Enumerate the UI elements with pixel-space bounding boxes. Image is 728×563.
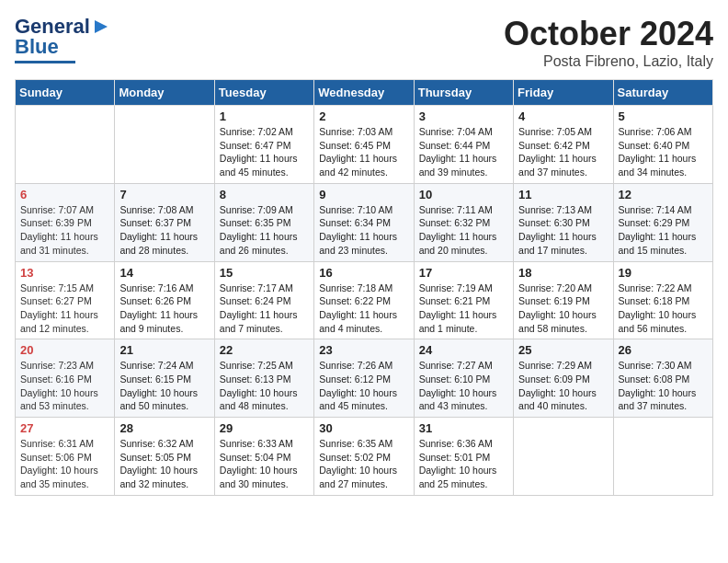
day-number: 27 bbox=[20, 421, 109, 435]
day-number: 14 bbox=[119, 266, 209, 280]
day-number: 2 bbox=[319, 109, 408, 123]
day-info: Sunrise: 6:36 AM Sunset: 5:01 PM Dayligh… bbox=[419, 437, 508, 491]
calendar-cell: 3Sunrise: 7:04 AM Sunset: 6:44 PM Daylig… bbox=[414, 106, 513, 184]
day-info: Sunrise: 7:20 AM Sunset: 6:19 PM Dayligh… bbox=[518, 282, 608, 336]
calendar-cell: 6Sunrise: 7:07 AM Sunset: 6:39 PM Daylig… bbox=[16, 183, 115, 261]
calendar-cell: 1Sunrise: 7:02 AM Sunset: 6:47 PM Daylig… bbox=[214, 106, 313, 184]
day-info: Sunrise: 6:33 AM Sunset: 5:04 PM Dayligh… bbox=[220, 437, 309, 491]
day-number: 16 bbox=[319, 266, 408, 280]
calendar-cell: 12Sunrise: 7:14 AM Sunset: 6:29 PM Dayli… bbox=[613, 183, 712, 261]
col-sunday: Sunday bbox=[16, 80, 115, 106]
day-info: Sunrise: 7:09 AM Sunset: 6:35 PM Dayligh… bbox=[220, 203, 309, 258]
logo: General Blue bbox=[15, 15, 111, 63]
day-number: 4 bbox=[518, 109, 608, 123]
day-info: Sunrise: 7:27 AM Sunset: 6:10 PM Dayligh… bbox=[419, 359, 508, 413]
calendar-cell: 28Sunrise: 6:32 AM Sunset: 5:05 PM Dayli… bbox=[115, 418, 214, 496]
day-info: Sunrise: 7:08 AM Sunset: 6:37 PM Dayligh… bbox=[119, 203, 209, 258]
day-info: Sunrise: 7:06 AM Sunset: 6:40 PM Dayligh… bbox=[619, 125, 708, 179]
calendar-cell: 29Sunrise: 6:33 AM Sunset: 5:04 PM Dayli… bbox=[214, 418, 313, 496]
calendar-cell: 4Sunrise: 7:05 AM Sunset: 6:42 PM Daylig… bbox=[514, 106, 613, 184]
day-number: 23 bbox=[319, 343, 408, 357]
calendar-cell: 26Sunrise: 7:30 AM Sunset: 6:08 PM Dayli… bbox=[613, 339, 712, 418]
day-number: 10 bbox=[419, 188, 508, 201]
col-tuesday: Tuesday bbox=[214, 80, 313, 106]
calendar-cell bbox=[514, 418, 613, 496]
calendar-week-2: 13Sunrise: 7:15 AM Sunset: 6:27 PM Dayli… bbox=[16, 261, 713, 339]
day-info: Sunrise: 7:05 AM Sunset: 6:42 PM Dayligh… bbox=[518, 125, 608, 179]
title-block: October 2024 Posta Fibreno, Lazio, Italy bbox=[504, 15, 713, 70]
calendar-week-4: 27Sunrise: 6:31 AM Sunset: 5:06 PM Dayli… bbox=[16, 418, 713, 496]
calendar-cell: 16Sunrise: 7:18 AM Sunset: 6:22 PM Dayli… bbox=[314, 261, 414, 339]
col-monday: Monday bbox=[115, 80, 214, 106]
calendar-cell: 19Sunrise: 7:22 AM Sunset: 6:18 PM Dayli… bbox=[613, 261, 712, 339]
day-number: 18 bbox=[518, 266, 608, 280]
day-info: Sunrise: 7:30 AM Sunset: 6:08 PM Dayligh… bbox=[619, 359, 708, 413]
day-info: Sunrise: 7:18 AM Sunset: 6:22 PM Dayligh… bbox=[319, 282, 408, 336]
day-info: Sunrise: 7:10 AM Sunset: 6:34 PM Dayligh… bbox=[319, 203, 408, 258]
calendar-week-3: 20Sunrise: 7:23 AM Sunset: 6:16 PM Dayli… bbox=[16, 339, 713, 418]
calendar-cell bbox=[613, 418, 712, 496]
day-number: 6 bbox=[20, 188, 109, 201]
day-info: Sunrise: 7:11 AM Sunset: 6:32 PM Dayligh… bbox=[419, 203, 508, 258]
calendar-cell: 2Sunrise: 7:03 AM Sunset: 6:45 PM Daylig… bbox=[314, 106, 414, 184]
day-number: 8 bbox=[220, 188, 309, 201]
day-info: Sunrise: 7:07 AM Sunset: 6:39 PM Dayligh… bbox=[20, 203, 109, 258]
day-info: Sunrise: 7:16 AM Sunset: 6:26 PM Dayligh… bbox=[119, 282, 209, 336]
day-number: 13 bbox=[20, 266, 109, 280]
day-number: 20 bbox=[20, 343, 109, 357]
day-number: 31 bbox=[419, 421, 508, 435]
calendar-cell: 31Sunrise: 6:36 AM Sunset: 5:01 PM Dayli… bbox=[414, 418, 513, 496]
page-title: October 2024 bbox=[504, 15, 713, 53]
day-info: Sunrise: 7:15 AM Sunset: 6:27 PM Dayligh… bbox=[20, 282, 109, 336]
calendar-cell: 15Sunrise: 7:17 AM Sunset: 6:24 PM Dayli… bbox=[214, 261, 313, 339]
day-number: 22 bbox=[220, 343, 309, 357]
day-info: Sunrise: 7:24 AM Sunset: 6:15 PM Dayligh… bbox=[119, 359, 209, 413]
calendar-week-0: 1Sunrise: 7:02 AM Sunset: 6:47 PM Daylig… bbox=[16, 106, 713, 184]
calendar-cell: 24Sunrise: 7:27 AM Sunset: 6:10 PM Dayli… bbox=[414, 339, 513, 418]
day-number: 28 bbox=[119, 421, 209, 435]
day-info: Sunrise: 7:23 AM Sunset: 6:16 PM Dayligh… bbox=[20, 359, 109, 413]
calendar-cell bbox=[115, 106, 214, 184]
calendar-cell: 13Sunrise: 7:15 AM Sunset: 6:27 PM Dayli… bbox=[16, 261, 115, 339]
day-number: 15 bbox=[220, 266, 309, 280]
day-info: Sunrise: 7:29 AM Sunset: 6:09 PM Dayligh… bbox=[518, 359, 608, 413]
calendar-header-row: Sunday Monday Tuesday Wednesday Thursday… bbox=[16, 80, 713, 106]
calendar-cell: 20Sunrise: 7:23 AM Sunset: 6:16 PM Dayli… bbox=[16, 339, 115, 418]
svg-marker-0 bbox=[95, 20, 108, 33]
day-number: 7 bbox=[119, 188, 209, 201]
page-subtitle: Posta Fibreno, Lazio, Italy bbox=[504, 53, 713, 70]
day-info: Sunrise: 7:14 AM Sunset: 6:29 PM Dayligh… bbox=[619, 203, 708, 258]
calendar-cell: 17Sunrise: 7:19 AM Sunset: 6:21 PM Dayli… bbox=[414, 261, 513, 339]
day-info: Sunrise: 7:17 AM Sunset: 6:24 PM Dayligh… bbox=[220, 282, 309, 336]
day-info: Sunrise: 6:31 AM Sunset: 5:06 PM Dayligh… bbox=[20, 437, 109, 491]
day-number: 17 bbox=[419, 266, 508, 280]
day-info: Sunrise: 7:22 AM Sunset: 6:18 PM Dayligh… bbox=[619, 282, 708, 336]
calendar-cell: 11Sunrise: 7:13 AM Sunset: 6:30 PM Dayli… bbox=[514, 183, 613, 261]
day-info: Sunrise: 7:04 AM Sunset: 6:44 PM Dayligh… bbox=[419, 125, 508, 179]
day-info: Sunrise: 7:03 AM Sunset: 6:45 PM Dayligh… bbox=[319, 125, 408, 179]
day-number: 11 bbox=[518, 188, 608, 201]
calendar-cell: 9Sunrise: 7:10 AM Sunset: 6:34 PM Daylig… bbox=[314, 183, 414, 261]
col-saturday: Saturday bbox=[613, 80, 712, 106]
page-header: General Blue October 2024 Posta Fibreno,… bbox=[15, 15, 713, 70]
day-number: 29 bbox=[220, 421, 309, 435]
day-number: 12 bbox=[619, 188, 708, 201]
day-number: 25 bbox=[518, 343, 608, 357]
calendar-cell bbox=[16, 106, 115, 184]
day-info: Sunrise: 6:32 AM Sunset: 5:05 PM Dayligh… bbox=[119, 437, 209, 491]
day-number: 26 bbox=[619, 343, 708, 357]
day-info: Sunrise: 7:26 AM Sunset: 6:12 PM Dayligh… bbox=[319, 359, 408, 413]
logo-arrow-icon bbox=[91, 17, 111, 37]
day-info: Sunrise: 7:19 AM Sunset: 6:21 PM Dayligh… bbox=[419, 282, 508, 336]
calendar-cell: 21Sunrise: 7:24 AM Sunset: 6:15 PM Dayli… bbox=[115, 339, 214, 418]
day-number: 24 bbox=[419, 343, 508, 357]
day-info: Sunrise: 6:35 AM Sunset: 5:02 PM Dayligh… bbox=[319, 437, 408, 491]
logo-blue: Blue bbox=[15, 35, 59, 59]
day-number: 21 bbox=[119, 343, 209, 357]
day-number: 30 bbox=[319, 421, 408, 435]
day-info: Sunrise: 7:02 AM Sunset: 6:47 PM Dayligh… bbox=[220, 125, 309, 179]
logo-underline bbox=[15, 61, 75, 63]
calendar-cell: 30Sunrise: 6:35 AM Sunset: 5:02 PM Dayli… bbox=[314, 418, 414, 496]
day-number: 3 bbox=[419, 109, 508, 123]
calendar-week-1: 6Sunrise: 7:07 AM Sunset: 6:39 PM Daylig… bbox=[16, 183, 713, 261]
